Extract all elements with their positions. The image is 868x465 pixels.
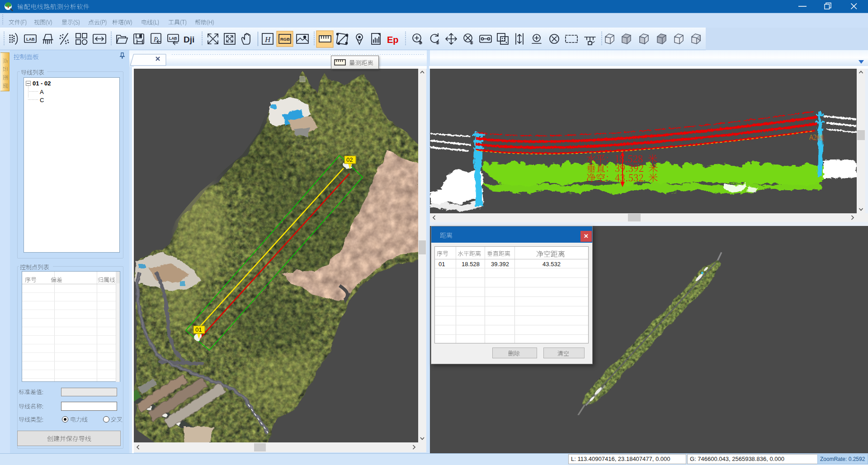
- svg-text:LAB: LAB: [169, 36, 177, 41]
- svg-text:Ep: Ep: [387, 35, 399, 45]
- svg-text:Dji: Dji: [184, 35, 194, 44]
- svg-text:H: H: [264, 35, 271, 44]
- svg-text:RGB: RGB: [280, 37, 290, 42]
- svg-text:02: 02: [346, 156, 353, 163]
- svg-text:LAB: LAB: [26, 37, 35, 42]
- svg-text:01: 01: [195, 326, 202, 333]
